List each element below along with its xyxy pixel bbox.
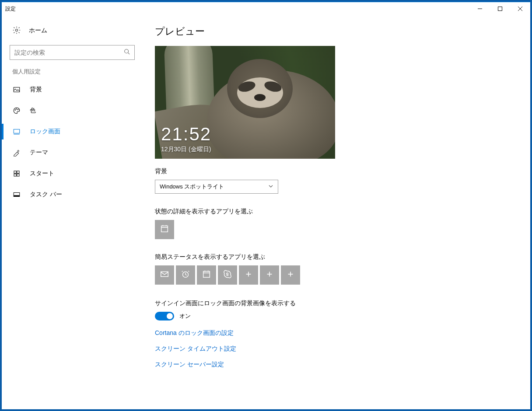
plus-icon <box>244 269 253 281</box>
quick-app-tile-add-2[interactable] <box>260 265 279 285</box>
sidebar-item-lockscreen[interactable]: ロック画面 <box>2 121 142 142</box>
alarm-icon <box>181 269 190 281</box>
svg-point-8 <box>15 110 16 111</box>
signin-bg-label: サインイン画面にロック画面の背景画像を表示する <box>155 300 513 307</box>
quick-app-tile-skype[interactable] <box>218 265 237 285</box>
svg-rect-30 <box>203 272 210 278</box>
sidebar-item-label: 色 <box>30 107 36 115</box>
sidebar-item-label: タスク バー <box>30 191 62 199</box>
window-controls <box>470 2 530 15</box>
theme-icon <box>12 148 21 157</box>
close-button[interactable] <box>510 2 530 15</box>
quick-status-label: 簡易ステータスを表示するアプリを選ぶ <box>155 253 513 261</box>
sidebar-item-label: 背景 <box>30 86 42 94</box>
skype-icon <box>223 269 232 281</box>
svg-line-6 <box>128 53 130 55</box>
titlebar: 設定 <box>2 2 530 15</box>
mail-icon <box>160 269 169 281</box>
svg-rect-15 <box>14 174 16 176</box>
lockscreen-preview: 21:52 12月30日 (金曜日) <box>155 46 335 159</box>
svg-point-4 <box>16 29 18 31</box>
sidebar-item-colors[interactable]: 色 <box>2 100 142 121</box>
link-cortana-lockscreen[interactable]: Cortana のロック画面の設定 <box>155 329 513 337</box>
sidebar-item-themes[interactable]: テーマ <box>2 142 142 163</box>
quick-app-tile-add-1[interactable] <box>239 265 258 285</box>
sidebar-item-label: スタート <box>30 170 54 178</box>
search-box[interactable] <box>10 45 135 60</box>
picture-icon <box>12 85 21 94</box>
svg-rect-19 <box>161 226 168 232</box>
palette-icon <box>12 106 21 115</box>
quick-app-tile-mail[interactable] <box>155 265 174 285</box>
preview-time: 21:52 <box>161 124 211 145</box>
svg-rect-13 <box>14 171 16 173</box>
sidebar-item-background[interactable]: 背景 <box>2 79 142 100</box>
signin-bg-toggle[interactable] <box>155 312 174 320</box>
svg-rect-1 <box>498 7 502 11</box>
maximize-button[interactable] <box>490 2 510 15</box>
svg-rect-14 <box>17 171 19 173</box>
home-label: ホーム <box>29 27 47 35</box>
sidebar-item-label: テーマ <box>30 149 48 157</box>
dropdown-value: Windows スポットライト <box>160 183 224 191</box>
sidebar-item-label: ロック画面 <box>30 128 60 136</box>
svg-point-10 <box>18 109 18 110</box>
minimize-button[interactable] <box>470 2 490 15</box>
detailed-app-tile-calendar[interactable] <box>155 220 174 239</box>
svg-rect-18 <box>14 195 20 197</box>
calendar-icon <box>160 224 169 235</box>
sidebar: ホーム 個人用設定 背景 <box>2 15 142 409</box>
plus-icon <box>265 269 274 281</box>
sidebar-item-start[interactable]: スタート <box>2 163 142 184</box>
page-heading: プレビュー <box>155 25 513 38</box>
main-content: プレビュー 21:52 12月30日 (金曜日) 背景 Windows スポット… <box>142 15 530 409</box>
link-screen-timeout[interactable]: スクリーン タイムアウト設定 <box>155 345 513 353</box>
search-input[interactable] <box>14 49 124 56</box>
quick-app-tile-alarm[interactable] <box>176 265 195 285</box>
chevron-down-icon <box>268 184 273 190</box>
background-dropdown[interactable]: Windows スポットライト <box>155 180 278 194</box>
preview-date: 12月30日 (金曜日) <box>161 146 211 153</box>
sidebar-item-taskbar[interactable]: タスク バー <box>2 184 142 205</box>
home-nav[interactable]: ホーム <box>2 20 142 42</box>
svg-rect-11 <box>14 129 20 133</box>
background-label: 背景 <box>155 167 513 175</box>
svg-rect-16 <box>17 174 19 176</box>
settings-window: 設定 ホーム <box>2 2 530 409</box>
taskbar-icon <box>12 190 21 199</box>
quick-app-tile-calendar[interactable] <box>197 265 216 285</box>
link-screensaver[interactable]: スクリーン セーバー設定 <box>155 361 513 369</box>
svg-point-5 <box>125 49 129 53</box>
plus-icon <box>286 269 295 281</box>
svg-point-9 <box>16 109 17 110</box>
sidebar-section-label: 個人用設定 <box>2 60 142 79</box>
detailed-status-label: 状態の詳細を表示するアプリを選ぶ <box>155 208 513 216</box>
quick-app-tile-add-3[interactable] <box>281 265 300 285</box>
window-title: 設定 <box>5 5 16 13</box>
calendar-icon <box>202 269 211 281</box>
lockscreen-icon <box>12 127 21 136</box>
start-icon <box>12 169 21 178</box>
search-icon <box>124 49 130 56</box>
gear-icon <box>12 26 21 36</box>
toggle-state-label: オン <box>179 312 191 320</box>
